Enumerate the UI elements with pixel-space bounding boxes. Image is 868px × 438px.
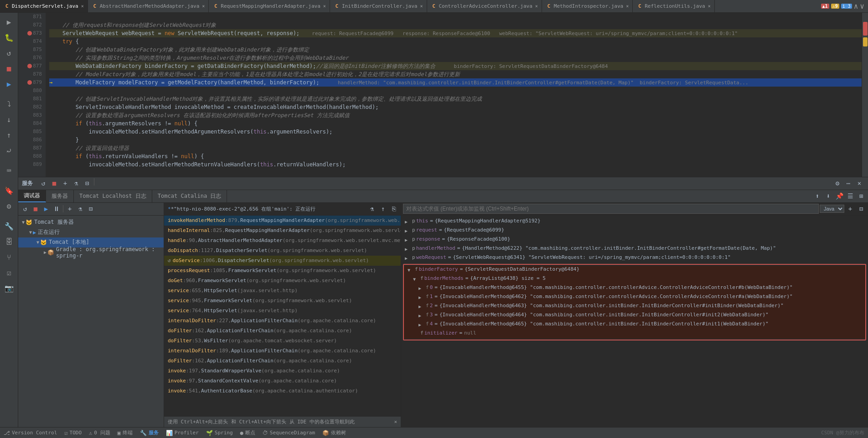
camera-btn[interactable]: 📷 xyxy=(2,281,16,295)
resume-icon-btn[interactable]: ▶ xyxy=(2,77,16,91)
status-profiler[interactable]: 📊 Profiler xyxy=(166,430,199,436)
var-bindermethods[interactable]: ▼ f binderMethods = {ArrayList@6438} siz… xyxy=(404,275,865,284)
status-todo[interactable]: ☑ TODO xyxy=(64,430,82,436)
var-this[interactable]: ▶ p this = {RequestMappingHandlerAdapter… xyxy=(401,217,868,227)
collapse-vars-btn[interactable]: ⊟ xyxy=(856,204,866,214)
var-binder-4[interactable]: ▶ f 4 = {InvocableHandlerMethod@6465} "c… xyxy=(404,320,865,330)
close-icon[interactable]: × xyxy=(81,4,84,9)
tab-requestmapping[interactable]: C RequestMappingHandlerAdapter.java × xyxy=(209,0,330,13)
close-icon[interactable]: × xyxy=(323,4,326,9)
tab-abstract[interactable]: C AbstractHandlerMethodAdapter.java × xyxy=(88,0,209,13)
status-terminal[interactable]: ▣ 终端 xyxy=(118,429,133,436)
more-options-btn[interactable]: ⋯ xyxy=(843,178,853,188)
var-request[interactable]: ▶ p request = {RequestFacade@6099} xyxy=(401,227,868,236)
stack-frame-15[interactable]: invoke :197, StandardWrapperValve (org.a… xyxy=(164,366,401,376)
status-services[interactable]: 🔧 服务 xyxy=(140,429,159,436)
svc-filter[interactable]: ⚗ xyxy=(75,204,85,214)
rerun-icon-btn[interactable]: ↺ xyxy=(2,46,16,60)
close-footer-btn[interactable]: × xyxy=(394,419,397,425)
add-watch-btn[interactable]: + xyxy=(845,204,855,214)
stack-frame-17[interactable]: invoke :541, AuthenticatorBase (org.apac… xyxy=(164,386,401,396)
svc-collapse[interactable]: ⊟ xyxy=(86,204,96,214)
status-sequence[interactable]: ⏱ SequenceDiagram xyxy=(263,430,315,436)
stack-frame-2[interactable]: handle :90, AbstractHandlerMethodAdapter… xyxy=(164,236,401,246)
filter-btn[interactable]: ⚗ xyxy=(71,178,81,188)
tab-dispatcher[interactable]: C DispatcherServlet.java × xyxy=(0,0,88,13)
stack-frame-1[interactable]: handleInternal :825, RequestMappingHandl… xyxy=(164,226,401,236)
stack-frame-11[interactable]: doFilter :162, ApplicationFilterChain (o… xyxy=(164,326,401,336)
tab-debugger[interactable]: 调试器 xyxy=(18,190,46,202)
close-icon[interactable]: × xyxy=(535,4,538,9)
stack-frame-5[interactable]: processRequest :1085, FrameworkServlet (… xyxy=(164,266,401,276)
status-breakpoints[interactable]: ● 断点 xyxy=(240,429,255,436)
status-problems[interactable]: ⚠ 0 问题 xyxy=(89,429,110,436)
list-toggle-btn[interactable]: ☰ xyxy=(845,191,855,201)
close-panel-btn[interactable]: × xyxy=(854,178,864,188)
close-icon[interactable]: × xyxy=(626,4,629,9)
todo-btn[interactable]: ☑ xyxy=(2,265,16,280)
var-handlermethod[interactable]: ▶ p handlerMethod = {HandlerMethod@6222}… xyxy=(401,245,868,254)
debug-icon-btn[interactable]: 🐛 xyxy=(2,30,16,45)
stack-frame-4[interactable]: ↺ doService :1006, DispatcherServlet (or… xyxy=(164,256,401,266)
stack-frame-12[interactable]: doFilter :53, WsFilter (org.apache.tomca… xyxy=(164,336,401,346)
var-binder-2[interactable]: ▶ f 2 = {InvocableHandlerMethod@6463} "c… xyxy=(404,302,865,311)
var-binder-3[interactable]: ▶ f 3 = {InvocableHandlerMethod@6464} "c… xyxy=(404,311,865,320)
var-initializer[interactable]: f initializer = null xyxy=(404,330,865,339)
tree-running[interactable]: ▼ ▶ 正在运行 xyxy=(18,227,164,237)
add-btn[interactable]: + xyxy=(60,178,70,188)
tab-server[interactable]: 服务器 xyxy=(46,190,74,202)
stack-frame-6[interactable]: doGet :960, FrameworkServlet (org.spring… xyxy=(164,276,401,286)
close-icon[interactable]: × xyxy=(202,4,205,9)
grid-btn[interactable]: ⊞ xyxy=(856,191,866,201)
settings-btn[interactable]: ⚙ xyxy=(2,199,16,213)
stop-icon-btn[interactable]: ■ xyxy=(2,61,16,76)
eval-input[interactable] xyxy=(403,204,819,214)
tab-tomcat-catalina[interactable]: Tomcat Catalina 日志 xyxy=(152,190,227,202)
git-btn[interactable]: ⑂ xyxy=(2,250,16,264)
tab-reflectionutils[interactable]: C ReflectionUtils.java × xyxy=(633,0,714,13)
step-into-btn[interactable]: ↓ xyxy=(2,112,16,127)
tab-initbinder[interactable]: C InitBinderController.java × xyxy=(330,0,427,13)
export-btn[interactable]: ↑ xyxy=(378,204,388,214)
settings-panel-btn[interactable]: ⚙ xyxy=(832,178,842,188)
stack-frame-3[interactable]: doDispatch :1127, DispatcherServlet (org… xyxy=(164,246,401,256)
close-icon[interactable]: × xyxy=(420,4,423,9)
collapse-btn[interactable]: ⊟ xyxy=(82,178,92,188)
var-binderfactory[interactable]: ▼ f binderFactory = {ServletRequestDataB… xyxy=(404,266,865,275)
tab-methodintrospector[interactable]: C MethodIntrospector.java × xyxy=(542,0,633,13)
close-icon[interactable]: × xyxy=(708,4,711,9)
copy-btn[interactable]: ⎘ xyxy=(389,204,399,214)
stack-frame-14[interactable]: doFilter :162, ApplicationFilterChain (o… xyxy=(164,356,401,366)
svc-resume[interactable]: ▶ xyxy=(41,204,51,214)
var-webrequest[interactable]: ▶ p webRequest = {ServletWebRequest@6341… xyxy=(401,254,868,263)
stack-frame-7[interactable]: service :655, HttpServlet (javax.servlet… xyxy=(164,286,401,296)
stop-all-btn[interactable]: ■ xyxy=(49,178,59,188)
svc-rerun[interactable]: ↺ xyxy=(20,204,30,214)
step-out-btn[interactable]: ↑ xyxy=(2,128,16,142)
svc-stop[interactable]: ■ xyxy=(31,204,41,214)
var-response[interactable]: ▶ p response = {ResponseFacade@6100} xyxy=(401,236,868,245)
filter-frames-btn[interactable]: ⚗ xyxy=(367,204,377,214)
var-binder-0[interactable]: ▶ f 0 = {InvocableHandlerMethod@6455} "c… xyxy=(404,284,865,293)
stack-frame-10[interactable]: internalDoFilter :227, ApplicationFilter… xyxy=(164,316,401,326)
restore-up-btn[interactable]: ⬇ xyxy=(823,191,833,201)
status-vcs[interactable]: ⎇ Version Control xyxy=(4,430,57,436)
code-content[interactable]: // 使用request和response创建ServletWebRequest… xyxy=(46,13,862,177)
status-spring[interactable]: 🌱 Spring xyxy=(206,430,233,436)
run-icon-btn[interactable]: ▶ xyxy=(2,15,16,29)
tree-gradle[interactable]: ▶ 📦 Gradle : org.springframework : sprin… xyxy=(18,247,164,258)
stack-frame-0[interactable]: invokeHandlerMethod :879, RequestMapping… xyxy=(164,216,401,226)
service-btn[interactable]: 🔧 xyxy=(2,219,16,233)
stack-frame-9[interactable]: service :764, HttpServlet (javax.servlet… xyxy=(164,306,401,316)
svc-add[interactable]: + xyxy=(65,204,75,214)
tab-controlleradvice[interactable]: C ControllerAdviceController.java × xyxy=(427,0,542,13)
stack-frame-16[interactable]: invoke :97, StandardContextValve (org.ap… xyxy=(164,376,401,386)
status-deps[interactable]: 📦 依赖树 xyxy=(322,429,346,436)
bookmark-btn[interactable]: 🔖 xyxy=(2,183,16,198)
stack-frame-8[interactable]: service :945, FrameworkServlet (org.spri… xyxy=(164,296,401,306)
tree-tomcat-server[interactable]: ▼ 🐱 Tomcat 服务器 xyxy=(18,217,164,227)
svc-pause[interactable]: ⏸ xyxy=(52,204,62,214)
db-btn[interactable]: 🗄 xyxy=(2,234,16,249)
pin-btn[interactable]: 📌 xyxy=(834,191,844,201)
restore-down-btn[interactable]: ⬆ xyxy=(812,191,822,201)
